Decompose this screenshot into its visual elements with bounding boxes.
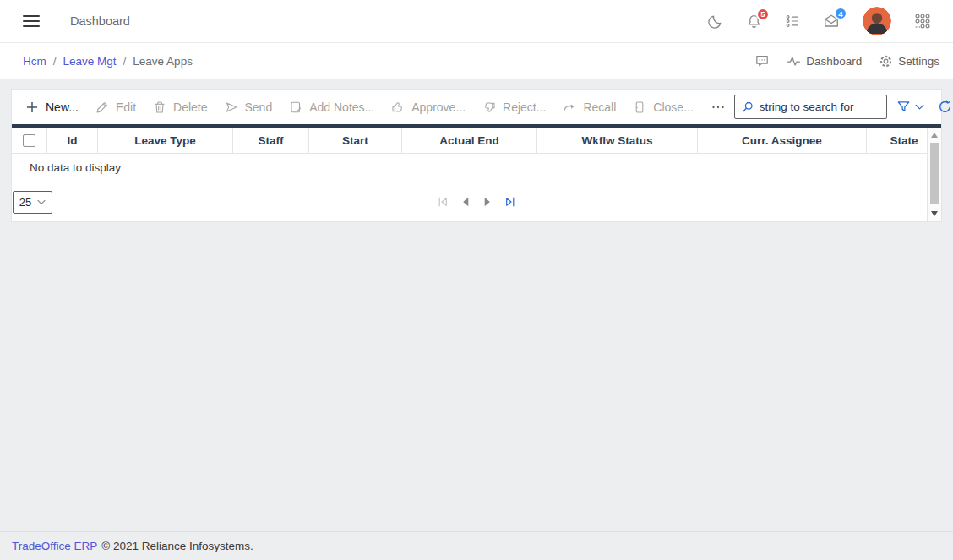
topbar-actions: 5 4 xyxy=(707,7,939,35)
header-cell-curr-assignee[interactable]: Curr. Assignee xyxy=(698,128,867,153)
pencil-icon xyxy=(95,101,109,114)
page-size-value: 25 xyxy=(19,196,31,209)
avatar[interactable] xyxy=(863,7,891,35)
filter-button[interactable] xyxy=(895,100,926,114)
next-page-icon[interactable] xyxy=(482,196,493,209)
plus-icon xyxy=(25,101,39,114)
leave-apps-grid-card: New... Edit Delete Send Add Notes... App… xyxy=(11,89,942,222)
search-box xyxy=(734,95,887,119)
breadcrumb-actions: Dashboard Settings xyxy=(754,53,939,68)
note-add-icon xyxy=(289,101,302,114)
data-grid: Id Leave Type Staff Start Actual End Wkf… xyxy=(12,124,941,221)
dashboard-action[interactable]: Dashboard xyxy=(787,54,862,68)
search-icon xyxy=(741,101,754,114)
scroll-down-icon[interactable] xyxy=(931,211,938,216)
header-cell-actual-end[interactable]: Actual End xyxy=(402,128,537,153)
toolbar-right xyxy=(734,95,953,119)
task-list-icon[interactable] xyxy=(785,14,800,29)
mail-badge: 4 xyxy=(834,7,847,20)
recall-button[interactable]: Recall xyxy=(554,95,624,120)
bell-icon[interactable]: 5 xyxy=(746,14,762,30)
grid-header-row: Id Leave Type Staff Start Actual End Wkf… xyxy=(12,124,941,154)
comment-icon[interactable] xyxy=(754,53,770,68)
approve-button-label: Approve... xyxy=(411,101,466,114)
breadcrumb-item-hcm[interactable]: Hcm xyxy=(23,55,46,68)
delete-button[interactable]: Delete xyxy=(144,95,215,120)
send-button[interactable]: Send xyxy=(216,95,281,120)
first-page-icon[interactable] xyxy=(437,196,449,209)
refresh-icon xyxy=(938,100,952,114)
breadcrumb-item-leave-mgt[interactable]: Leave Mgt xyxy=(63,55,117,68)
apps-grid-icon[interactable] xyxy=(914,13,931,30)
header-cell-id[interactable]: Id xyxy=(47,128,98,153)
settings-action-label: Settings xyxy=(898,55,939,68)
breadcrumb-bar: Hcm / Leave Mgt / Leave Apps Dashboard S… xyxy=(0,43,953,79)
reject-button[interactable]: Reject... xyxy=(474,95,554,120)
dashboard-action-label: Dashboard xyxy=(806,55,862,68)
empty-message: No data to display xyxy=(12,154,941,182)
close-button[interactable]: Close... xyxy=(624,95,701,120)
edit-button[interactable]: Edit xyxy=(87,95,144,120)
last-page-icon[interactable] xyxy=(504,196,516,209)
pager-nav xyxy=(437,196,516,209)
breadcrumb: Hcm / Leave Mgt / Leave Apps xyxy=(23,55,193,68)
header-cell-staff[interactable]: Staff xyxy=(233,128,309,153)
select-all-checkbox[interactable] xyxy=(23,134,35,147)
breadcrumb-separator: / xyxy=(123,55,127,68)
menu-icon[interactable] xyxy=(23,15,40,27)
filter-funnel-icon xyxy=(896,100,911,114)
prev-page-icon[interactable] xyxy=(460,196,471,209)
delete-button-label: Delete xyxy=(173,101,207,114)
top-bar: Dashboard 5 4 xyxy=(0,0,953,43)
more-button[interactable] xyxy=(702,95,734,120)
chevron-down-icon xyxy=(915,104,924,111)
vertical-scrollbar[interactable] xyxy=(927,128,941,221)
pulse-icon xyxy=(787,54,801,68)
footer-brand-link[interactable]: TradeOffice ERP xyxy=(12,540,97,552)
footer-copyright: © 2021 Reliance Infosystems. xyxy=(101,540,253,552)
search-input[interactable] xyxy=(760,101,880,113)
header-cell-wkflw-status[interactable]: Wkflw Status xyxy=(537,128,698,153)
header-cell-leave-type[interactable]: Leave Type xyxy=(98,128,233,153)
trash-icon xyxy=(153,101,166,114)
reject-button-label: Reject... xyxy=(503,101,546,114)
grid-pager: 25 xyxy=(12,182,941,221)
breadcrumb-item-leave-apps: Leave Apps xyxy=(133,55,193,68)
add-notes-button[interactable]: Add Notes... xyxy=(280,95,383,120)
gear-icon xyxy=(879,54,893,68)
add-notes-button-label: Add Notes... xyxy=(309,101,374,114)
footer: TradeOffice ERP © 2021 Reliance Infosyst… xyxy=(0,531,953,560)
recall-arrow-icon xyxy=(563,101,576,114)
moon-icon[interactable] xyxy=(707,14,723,30)
document-icon xyxy=(633,101,646,114)
send-icon xyxy=(225,101,238,114)
scrollbar-thumb[interactable] xyxy=(930,143,939,204)
page-title: Dashboard xyxy=(70,14,130,28)
notifications-badge: 5 xyxy=(756,8,770,21)
header-cell-select xyxy=(12,128,47,153)
thumbs-down-icon xyxy=(482,101,496,114)
page-size-select[interactable]: 25 xyxy=(13,191,52,214)
approve-button[interactable]: Approve... xyxy=(383,95,474,120)
send-button-label: Send xyxy=(245,101,273,114)
settings-action[interactable]: Settings xyxy=(879,54,939,68)
mail-icon[interactable]: 4 xyxy=(823,13,840,30)
recall-button-label: Recall xyxy=(583,101,616,114)
refresh-button[interactable] xyxy=(938,100,952,114)
grid-toolbar: New... Edit Delete Send Add Notes... App… xyxy=(12,90,941,124)
close-button-label: Close... xyxy=(653,101,693,114)
header-cell-start[interactable]: Start xyxy=(309,128,402,153)
edit-button-label: Edit xyxy=(116,101,136,114)
page: Dashboard 5 4 xyxy=(0,0,953,560)
new-button-label: New... xyxy=(46,101,79,114)
chevron-down-icon xyxy=(37,199,46,205)
thumbs-up-icon xyxy=(391,101,405,114)
new-button[interactable]: New... xyxy=(17,95,87,120)
scroll-up-icon[interactable] xyxy=(931,133,938,138)
breadcrumb-separator: / xyxy=(53,55,57,68)
more-ellipsis-icon xyxy=(711,101,726,114)
